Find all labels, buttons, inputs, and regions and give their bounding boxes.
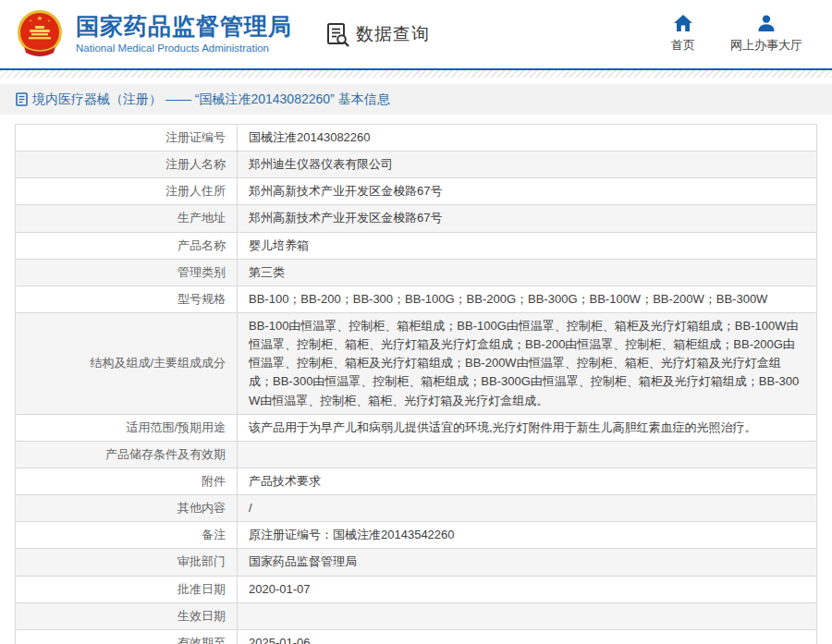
row-label: 型号规格 <box>16 286 238 312</box>
nav-service-hall[interactable]: 网上办事大厅 <box>730 15 802 54</box>
hatched-strip <box>0 70 832 78</box>
agency-name-cn: 国家药品监督管理局 <box>76 14 292 40</box>
user-icon <box>757 15 776 31</box>
row-label: 备注 <box>16 522 238 549</box>
row-value: / <box>238 495 817 522</box>
nav-service-hall-label: 网上办事大厅 <box>730 37 802 54</box>
breadcrumb-bar: 境内医疗器械（注册） —— “国械注准20143082260” 基本信息 <box>0 84 832 115</box>
row-value: 国械注准20143082260 <box>238 125 817 152</box>
table-row: 生效日期 <box>16 602 817 629</box>
row-value: 2025-01-06 <box>238 629 817 644</box>
table-row: 注册人住所 郑州高新技术产业开发区金梭路67号 <box>16 178 817 205</box>
row-label: 生产地址 <box>16 205 238 232</box>
row-label: 审批部门 <box>16 549 238 576</box>
row-value: 该产品用于为早产儿和病弱儿提供适宜的环境,光疗灯附件用于新生儿高胆红素血症的光照… <box>238 414 817 441</box>
table-row: 产品名称 婴儿培养箱 <box>16 232 817 259</box>
row-label: 结构及组成/主要组成成分 <box>16 312 238 414</box>
row-value: 郑州高新技术产业开发区金梭路67号 <box>238 205 817 232</box>
breadcrumb: 境内医疗器械（注册） —— “国械注准20143082260” 基本信息 <box>16 91 390 108</box>
table-row: 生产地址 郑州高新技术产业开发区金梭路67号 <box>16 205 817 232</box>
table-row: 注册证编号 国械注准20143082260 <box>16 125 817 152</box>
breadcrumb-text: 境内医疗器械（注册） —— “国械注准20143082260” 基本信息 <box>32 91 390 108</box>
table-row: 备注 原注册证编号：国械注准20143542260 <box>16 522 817 549</box>
table-row: 批准日期 2020-01-07 <box>16 576 817 602</box>
table-row: 产品储存条件及有效期 <box>16 441 817 468</box>
nav-home[interactable]: 首页 <box>671 15 695 54</box>
row-value: 第三类 <box>238 259 817 286</box>
table-row: 结构及组成/主要组成成分 BB-100由恒温罩、控制柜、箱柜组成；BB-100G… <box>16 312 817 414</box>
row-value: 郑州高新技术产业开发区金梭路67号 <box>238 178 817 205</box>
national-emblem-icon <box>17 9 63 59</box>
row-label: 管理类别 <box>16 259 238 286</box>
row-label: 其他内容 <box>16 495 238 522</box>
table-row: 型号规格 BB-100；BB-200；BB-300；BB-100G；BB-200… <box>16 286 817 312</box>
row-label: 注册人名称 <box>16 152 238 178</box>
row-value <box>238 441 817 468</box>
info-table-body: 注册证编号 国械注准20143082260 注册人名称 郑州迪生仪器仪表有限公司… <box>16 125 817 644</box>
row-label: 注册人住所 <box>16 178 238 205</box>
data-query-section[interactable]: 数据查询 <box>325 22 430 47</box>
row-label: 适用范围/预期用途 <box>16 414 238 441</box>
row-value: 郑州迪生仪器仪表有限公司 <box>238 152 817 178</box>
section-title: 数据查询 <box>356 22 430 46</box>
document-search-icon <box>325 22 350 47</box>
table-row: 其他内容 / <box>16 495 817 522</box>
nav-home-label: 首页 <box>671 37 695 54</box>
row-label: 产品储存条件及有效期 <box>16 441 238 468</box>
row-value: BB-100由恒温罩、控制柜、箱柜组成；BB-100G由恒温罩、控制柜、箱柜及光… <box>238 312 817 414</box>
row-value: 国家药品监督管理局 <box>238 549 817 576</box>
row-label: 附件 <box>16 468 238 494</box>
row-value: 原注册证编号：国械注准20143542260 <box>238 522 817 549</box>
row-value: 婴儿培养箱 <box>238 232 817 259</box>
row-value: 产品技术要求 <box>238 468 817 494</box>
row-label: 产品名称 <box>16 232 238 259</box>
row-label: 注册证编号 <box>16 125 238 152</box>
info-table: 注册证编号 国械注准20143082260 注册人名称 郑州迪生仪器仪表有限公司… <box>15 124 817 644</box>
table-row: 管理类别 第三类 <box>16 259 817 286</box>
registration-info: 注册证编号 国械注准20143082260 注册人名称 郑州迪生仪器仪表有限公司… <box>0 115 832 644</box>
row-label: 批准日期 <box>16 576 238 602</box>
table-row: 附件 产品技术要求 <box>16 468 817 494</box>
table-row: 有效期至 2025-01-06 <box>16 629 817 644</box>
table-row: 注册人名称 郑州迪生仪器仪表有限公司 <box>16 152 817 178</box>
row-value <box>238 602 817 629</box>
agency-logo[interactable]: 国家药品监督管理局 National Medical Products Admi… <box>17 9 292 59</box>
header-nav: 首页 网上办事大厅 <box>671 15 815 54</box>
agency-name-en: National Medical Products Administration <box>76 43 292 55</box>
document-icon <box>16 92 28 106</box>
row-label: 生效日期 <box>16 602 238 629</box>
row-label: 有效期至 <box>16 629 238 644</box>
table-row: 适用范围/预期用途 该产品用于为早产儿和病弱儿提供适宜的环境,光疗灯附件用于新生… <box>16 414 817 441</box>
home-icon <box>674 15 692 31</box>
table-row: 审批部门 国家药品监督管理局 <box>16 549 817 576</box>
row-value: BB-100；BB-200；BB-300；BB-100G；BB-200G；BB-… <box>238 286 817 312</box>
site-header: 国家药品监督管理局 National Medical Products Admi… <box>0 0 832 68</box>
row-value: 2020-01-07 <box>238 576 817 602</box>
